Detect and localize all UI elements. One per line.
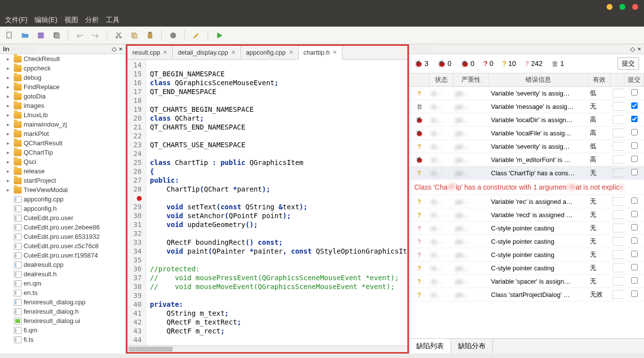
editor-tab[interactable]: result.cpp✕ xyxy=(127,46,173,59)
code-text[interactable]: QT_BEGIN_NAMESPACEclass QGraphicsSceneMo… xyxy=(146,60,407,345)
tree-folder[interactable]: ▸startProject xyxy=(0,176,125,185)
close-panel-icon[interactable]: × xyxy=(119,45,123,53)
col-info[interactable]: 错误信息 xyxy=(489,73,588,86)
defect-row[interactable]: 🗑st…pe…Variable 'message' is assig…无 xyxy=(409,100,644,113)
window-close-button[interactable] xyxy=(632,4,638,10)
value-box[interactable] xyxy=(613,129,624,137)
value-box[interactable] xyxy=(613,263,624,272)
undo-icon[interactable] xyxy=(74,30,85,41)
tree-folder[interactable]: ▸markPlot xyxy=(0,129,125,138)
float-icon[interactable]: ◇ xyxy=(112,45,117,53)
submit-checkbox[interactable] xyxy=(631,169,638,175)
tree-folder[interactable]: ▸QChartTip xyxy=(0,148,125,157)
maximize-button[interactable] xyxy=(619,4,625,10)
value-box[interactable] xyxy=(613,168,624,177)
defect-row[interactable]: 🐞st…pe…Variable 'm_editorFont' is …高 xyxy=(409,153,644,166)
defect-row[interactable]: ?st…pe…Variable 'spacer' is assign…无 xyxy=(409,275,644,288)
horizontal-scrollbar[interactable] xyxy=(127,345,407,352)
menu-view[interactable]: 视图 xyxy=(64,16,78,25)
tree-file[interactable]: dealresult.h xyxy=(0,269,125,279)
col-severity[interactable]: 严重性 xyxy=(454,73,489,86)
defect-row[interactable]: ?st…pe…Variable 'recd' is assigned …无 xyxy=(409,208,644,222)
defect-row[interactable]: ?st…pe…C-style pointer casting无 xyxy=(409,222,644,235)
save-icon[interactable] xyxy=(35,30,46,41)
menu-file[interactable]: 文件(F) xyxy=(5,16,28,25)
defect-row[interactable]: ?st…pe…Variable 'rec' is assigned a…无 xyxy=(409,195,644,208)
tree-folder[interactable]: ▸mainwindow_zj xyxy=(0,120,125,129)
settings-icon[interactable] xyxy=(168,30,179,41)
tree-folder[interactable]: ▸images xyxy=(0,101,125,110)
open-folder-icon[interactable] xyxy=(20,30,31,41)
minimize-button[interactable] xyxy=(607,4,613,10)
defect-row[interactable]: ?st…pe…Class 'startProjectDialog' …无效 xyxy=(409,288,644,301)
tree-folder[interactable]: ▸LInuxLib xyxy=(0,110,125,120)
value-box[interactable] xyxy=(613,224,624,232)
value-box[interactable] xyxy=(613,89,624,98)
value-box[interactable] xyxy=(613,210,624,219)
code-area[interactable]: 141516171819202122232425262728 293031323… xyxy=(127,60,407,345)
tree-file[interactable]: CuteEdit.pro.user xyxy=(0,213,125,223)
breakpoint-icon[interactable] xyxy=(137,196,142,201)
editor-tab[interactable]: charttip.h✕ xyxy=(299,46,342,60)
cut-icon[interactable] xyxy=(113,30,124,41)
defect-row[interactable]: ?st…pe…Class 'ChartTip' has a cons…无 xyxy=(409,166,644,180)
col-valid[interactable]: 有效 xyxy=(588,73,611,86)
value-box[interactable] xyxy=(613,142,624,151)
defect-row[interactable]: ?st…pe…Variable 'severity' is assig…低 xyxy=(409,87,644,100)
value-box[interactable] xyxy=(613,115,624,124)
submit-checkbox[interactable] xyxy=(631,156,638,162)
defect-row[interactable]: ?st…pe…C-style pointer casting无 xyxy=(409,248,644,261)
tree-folder[interactable]: ▸cppcheck xyxy=(0,64,125,73)
submit-checkbox[interactable] xyxy=(631,237,638,244)
paste-icon[interactable] xyxy=(145,30,155,41)
value-box[interactable] xyxy=(613,197,624,206)
tree-file[interactable]: appconfig.cpp xyxy=(0,195,125,204)
defect-table-body[interactable]: ?st…pe…Variable 'severity' is assig…低🗑st… xyxy=(409,87,644,338)
tab-defect-list[interactable]: 缺陷列表 xyxy=(409,339,451,354)
tree-file[interactable]: en.qm xyxy=(0,279,125,288)
pencil-icon[interactable] xyxy=(191,30,202,41)
tree-file[interactable]: CuteEdit.pro.user.f195874 xyxy=(0,251,125,260)
submit-checkbox[interactable] xyxy=(631,89,638,96)
tree-file[interactable]: fenxiresult_dialog.ui xyxy=(0,316,125,325)
value-box[interactable] xyxy=(613,277,624,286)
close-tab-icon[interactable]: ✕ xyxy=(289,49,293,56)
submit-checkbox[interactable] xyxy=(631,129,638,135)
value-box[interactable] xyxy=(613,250,624,259)
tree-folder[interactable]: ▸gotoDia xyxy=(0,92,125,101)
tree-file[interactable]: en.ts xyxy=(0,288,125,297)
value-box[interactable] xyxy=(613,102,624,111)
menu-tools[interactable]: 工具 xyxy=(106,16,120,25)
value-box[interactable] xyxy=(613,155,624,164)
tab-defect-dist[interactable]: 缺陷分布 xyxy=(451,339,493,354)
submit-button[interactable]: 提交 xyxy=(617,57,639,70)
tree-file[interactable]: fi.ts xyxy=(0,335,125,344)
submit-checkbox[interactable] xyxy=(631,102,638,109)
new-file-icon[interactable] xyxy=(4,30,15,41)
tree-file[interactable]: CuteEdit.pro.user.6531932 xyxy=(0,232,125,241)
submit-checkbox[interactable] xyxy=(631,277,638,284)
run-icon[interactable] xyxy=(214,30,225,41)
close-panel-icon[interactable]: × xyxy=(637,45,641,53)
col-submit[interactable]: 提交 xyxy=(624,73,644,86)
submit-checkbox[interactable] xyxy=(631,211,638,217)
editor-tab[interactable]: appconfig.cpp✕ xyxy=(241,46,299,59)
redo-icon[interactable] xyxy=(90,30,101,41)
tree-file[interactable]: CuteEdit.pro.user.2ebee86 xyxy=(0,223,125,232)
close-tab-icon[interactable]: ✕ xyxy=(163,49,167,56)
submit-checkbox[interactable] xyxy=(631,197,638,204)
tree-folder[interactable]: ▸Qsci xyxy=(0,157,125,166)
save-all-icon[interactable] xyxy=(51,30,62,41)
close-tab-icon[interactable]: ✕ xyxy=(231,49,236,56)
value-box[interactable] xyxy=(613,290,624,299)
menu-analyze[interactable]: 分析 xyxy=(85,16,99,25)
close-tab-icon[interactable]: ✕ xyxy=(333,49,337,56)
tree-folder[interactable]: ▸QChartResult xyxy=(0,138,125,148)
defect-row[interactable]: 🐞st…pe…Variable 'localDir' is assign…高 xyxy=(409,113,644,127)
submit-checkbox[interactable] xyxy=(631,264,638,270)
defect-row[interactable]: ?st…pe…C-style pointer casting无 xyxy=(409,261,644,275)
tree-folder[interactable]: ▸CheckResult xyxy=(0,54,125,64)
submit-checkbox[interactable] xyxy=(631,291,638,297)
menu-edit[interactable]: 编辑(E) xyxy=(34,16,58,25)
tree-file[interactable]: CuteEdit.pro.user.c5c76c8 xyxy=(0,241,125,251)
